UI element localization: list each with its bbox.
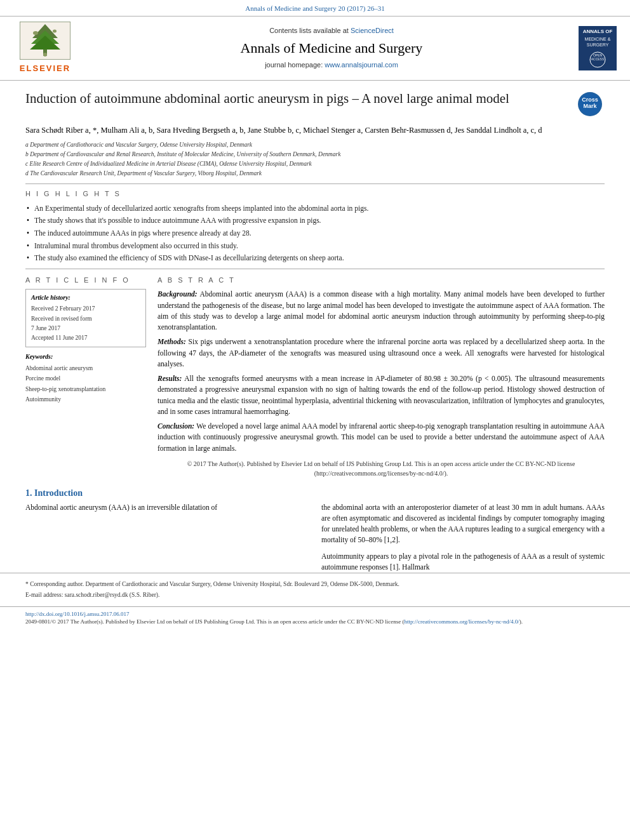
svg-text:Cross: Cross [582,97,598,103]
contents-line: Contents lists available at ScienceDirec… [88,26,575,36]
article-info-title: A R T I C L E I N F O [25,276,146,285]
journal-header: ELSEVIER Contents lists available at Sci… [0,16,630,80]
footnote-corresponding: * Corresponding author. Department of Ca… [25,580,605,589]
aff-a-text: a Department of Cardiothoracic and Vascu… [25,142,252,148]
copyright-text: © 2017 The Author(s). Published by Elsev… [158,459,605,478]
badge-title-line2: MEDICINE [585,37,607,41]
abstract-methods: Methods: Six pigs underwent a xenotransp… [158,337,605,370]
authors-text: Sara Schødt Riber a, *, Mulham Ali a, b,… [25,126,542,135]
issn-text: 2049-0801/© 2017 The Author(s). Publishe… [25,618,404,625]
article-info-box: Article history: Received 2 February 201… [25,289,146,347]
highlight-item-5: The study also examined the efficiency o… [25,253,605,263]
contents-prefix: Contents lists available at [269,27,351,34]
highlights-section: H I G H L I G H T S An Experimental stud… [25,189,605,263]
abstract-conclusion: Conclusion: We developed a novel large a… [158,421,605,454]
science-direct-link[interactable]: ScienceDirect [351,27,394,34]
abstract-title: A B S T R A C T [158,276,605,285]
authors: Sara Schødt Riber a, *, Mulham Ali a, b,… [25,124,605,137]
homepage-prefix: journal homepage: [265,61,325,69]
intro-two-col: Abdominal aortic aneurysm (AAA) is an ir… [25,502,605,573]
svg-point-6 [53,30,57,33]
elsevier-tree-icon [20,22,70,60]
elsevier-label: ELSEVIER [20,63,70,74]
svg-point-5 [33,31,38,35]
history-label: Article history: [31,293,140,302]
page: Annals of Medicine and Surgery 20 (2017)… [0,0,630,840]
journal-title: Annals of Medicine and Surgery [88,39,575,58]
divider-1 [25,183,605,184]
accepted-text: Accepted 11 June 2017 [31,335,88,341]
svg-text:Mark: Mark [583,103,597,109]
affiliation-d: d The Cardiovascular Research Unit, Depa… [25,169,605,178]
conclusion-label: Conclusion: [158,422,194,430]
keywords-label: Keywords: [25,352,146,361]
copyright-prefix: © 2017 The Author(s). Published by Elsev… [187,460,575,477]
affiliation-c: c Elite Research Centre of Individualize… [25,159,605,169]
highlight-item-2: The study shows that it's possible to in… [25,215,605,226]
doi-anchor[interactable]: http://dx.doi.org/10.1016/j.amsu.2017.06… [25,611,130,617]
highlight-item-4: Intraluminal mural thrombus development … [25,241,605,251]
article-info-col: A R T I C L E I N F O Article history: R… [25,276,146,478]
journal-citation: Annals of Medicine and Surgery 20 (2017)… [245,4,384,12]
intro-col-left: Abdominal aortic aneurysm (AAA) is an ir… [25,502,309,573]
badge-title-line1: ANNALS OF [580,29,615,35]
background-label: Background: [158,290,198,298]
keyword-3: Sheep-to-pig xenotransplantation [25,384,146,394]
highlight-item-3: The induced autoimmune AAAs in pigs wher… [25,228,605,239]
keyword-2: Porcine model [25,373,146,383]
abstract-col: A B S T R A C T Background: Abdominal ao… [158,276,605,478]
keywords-list: Abdominal aortic aneurysm Porcine model … [25,363,146,404]
email-label: E-mail address: [25,592,63,598]
elsevier-logo: ELSEVIER [10,22,80,74]
license-text: 2049-0801/© 2017 The Author(s). Publishe… [25,618,605,627]
introduction-section: 1. Introduction Abdominal aortic aneurys… [0,478,630,573]
doi-link[interactable]: http://dx.doi.org/10.1016/j.amsu.2017.06… [25,610,605,618]
results-label: Results: [158,375,182,382]
intro-text-right-2: Autoimmunity appears to play a pivotal r… [321,551,605,573]
journal-center-info: Contents lists available at ScienceDirec… [88,26,575,70]
bottom-bar: http://dx.doi.org/10.1016/j.amsu.2017.06… [0,606,630,630]
two-col-layout: A R T I C L E I N F O Article history: R… [25,276,605,478]
journal-badge: ANNALS OF MEDICINE & SURGERY OPEN ACCESS [575,26,620,70]
received-text: Received 2 February 2017 [31,305,95,312]
divider-2 [25,269,605,269]
methods-text: Six pigs underwent a xenotransplantation… [158,338,605,368]
revised-text: Received in revised form7 June 2017 [31,316,92,331]
top-bar: Annals of Medicine and Surgery 20 (2017)… [0,0,630,16]
aff-b-text: b Department of Cardiovascular and Renal… [25,151,340,157]
intro-text-right: the abdominal aorta with an anteroposter… [321,502,605,546]
background-text: Abdominal aortic aneurysm (AAA) is a com… [158,290,605,331]
abstract-background: Background: Abdominal aortic aneurysm (A… [158,289,605,333]
svg-text:ACCESS: ACCESS [591,57,605,61]
affiliation-b: b Department of Cardiovascular and Renal… [25,150,605,159]
annals-badge: ANNALS OF MEDICINE & SURGERY OPEN ACCESS [579,26,617,70]
section-number: 1. Introduction [25,487,605,500]
results-text: All the xenografts formed aneurysms with… [158,375,605,415]
highlights-list: An Experimental study of decellularized … [25,203,605,263]
crossmark-icon[interactable]: Cross Mark [578,92,602,116]
license-url[interactable]: http://creativecommons.org/licenses/by-n… [404,618,519,625]
homepage-url[interactable]: www.annalsjournal.com [325,61,398,69]
highlight-item-1: An Experimental study of decellularized … [25,203,605,214]
svg-point-7 [43,53,47,57]
affiliations: a Department of Cardiothoracic and Vascu… [25,140,605,179]
footnotes: * Corresponding author. Department of Ca… [0,573,630,600]
methods-label: Methods: [158,338,186,345]
article-title-row: Induction of autoimmune abdominal aortic… [25,90,605,119]
abstract-text: Background: Abdominal aortic aneurysm (A… [158,289,605,478]
affiliation-a: a Department of Cardiothoracic and Vascu… [25,140,605,150]
conclusion-text: We developed a novel large animal AAA mo… [158,422,605,452]
intro-col-right: the abdominal aorta with an anteroposter… [321,502,605,573]
abstract-results: Results: All the xenografts formed aneur… [158,373,605,417]
received-date: Received 2 February 2017 Received in rev… [31,304,140,343]
keyword-4: Autoimmunity [25,394,146,404]
license-suffix: ). [519,618,523,625]
keyword-1: Abdominal aortic aneurysm [25,363,146,373]
aff-d-text: d The Cardiovascular Research Unit, Depa… [25,170,262,177]
aff-c-text: c Elite Research Centre of Individualize… [25,161,312,167]
intro-text-left: Abdominal aortic aneurysm (AAA) is an ir… [25,502,309,513]
email-value: sara.schodt.riber@rsyd.dk (S.S. Riber). [65,592,160,598]
article-section: Induction of autoimmune abdominal aortic… [0,81,630,478]
crossmark-badge[interactable]: Cross Mark [578,92,605,119]
footnote-email: E-mail address: sara.schodt.riber@rsyd.d… [25,590,605,599]
